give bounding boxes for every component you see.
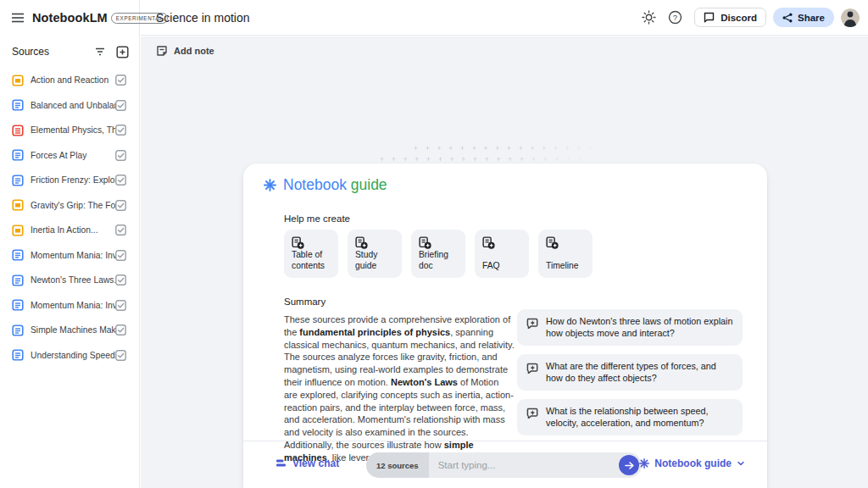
chevron-down-icon — [737, 459, 745, 468]
doc-icon — [12, 274, 24, 286]
source-label: Gravity's Grip: The Force... — [31, 201, 115, 210]
add-source-button[interactable] — [116, 46, 129, 58]
card-faq[interactable]: FAQ — [475, 230, 529, 278]
doc-icon — [12, 299, 24, 311]
source-label: Momentum Mania: Inves... — [31, 301, 115, 310]
source-checkbox[interactable] — [115, 200, 126, 211]
source-item[interactable]: Understanding Speed, Ve... — [0, 343, 139, 369]
main-area: Add note ++++++++++++++++ ++++++++++++++… — [141, 36, 868, 488]
decorative-dots: ++++++++++++++++++ — [380, 156, 590, 164]
source-checkbox[interactable] — [115, 125, 126, 136]
chat-input[interactable] — [438, 460, 619, 470]
source-item[interactable]: Momentum Mania: Inves... — [0, 243, 139, 269]
source-item[interactable]: Balanced and Unbalance... — [0, 93, 139, 119]
send-button[interactable] — [619, 455, 639, 475]
filter-sources-icon[interactable] — [94, 46, 106, 58]
source-label: Action and Reaction — [31, 75, 115, 85]
sources-sidebar: NotebookLM EXPERIMENTAL Sources Action a… — [0, 0, 140, 488]
source-item[interactable]: Simple Machines Make... — [0, 318, 139, 343]
share-button[interactable]: Share — [773, 8, 834, 27]
app-logo: NotebookLM — [32, 11, 108, 25]
chat-bar: View chat 12 sources Notebook guide — [243, 441, 767, 488]
source-item[interactable]: Inertia In Action... — [0, 218, 139, 243]
source-checkbox[interactable] — [115, 274, 126, 286]
source-checkbox[interactable] — [115, 300, 126, 311]
discord-button[interactable]: Discord — [694, 8, 766, 27]
help-me-create-label: Help me create — [284, 214, 350, 224]
source-checkbox[interactable] — [115, 225, 126, 236]
source-label: Elemental Physics, Third... — [31, 125, 115, 135]
source-checkbox[interactable] — [115, 250, 126, 261]
suggested-question[interactable]: How do Newton's three laws of motion exp… — [517, 309, 743, 346]
chat-lines-icon — [275, 458, 287, 469]
source-checkbox[interactable] — [115, 350, 126, 361]
source-list: Action and Reaction Balanced and Unbalan… — [0, 68, 139, 368]
card-timeline[interactable]: Timeline — [538, 230, 593, 278]
theme-toggle-icon[interactable] — [642, 10, 656, 25]
source-item[interactable]: Friction Frenzy: Explorin... — [0, 168, 139, 193]
source-item[interactable]: Elemental Physics, Third... — [0, 118, 139, 143]
note-icon — [156, 45, 168, 57]
source-label: Inertia In Action... — [31, 225, 115, 235]
menu-icon[interactable] — [10, 10, 25, 25]
source-checkbox[interactable] — [115, 100, 126, 111]
doc-icon — [12, 349, 24, 361]
source-label: Friction Frenzy: Explorin... — [31, 175, 115, 185]
card-briefing-doc[interactable]: Briefing doc — [411, 230, 465, 278]
user-avatar[interactable] — [841, 8, 860, 27]
source-item[interactable]: Momentum Mania: Inves... — [0, 293, 139, 319]
create-cards: Table of contents Study guide Briefing d… — [284, 230, 593, 278]
sources-count-chip[interactable]: 12 sources — [366, 452, 429, 478]
app-header: NotebookLM EXPERIMENTAL — [0, 0, 139, 36]
svg-text:?: ? — [673, 13, 677, 22]
pdf-icon — [12, 125, 24, 136]
suggested-question[interactable]: What are the different types of forces, … — [517, 354, 743, 391]
source-checkbox[interactable] — [115, 175, 126, 186]
guide-header: Notebook guide — [264, 176, 387, 194]
source-label: Momentum Mania: Inves... — [31, 251, 115, 260]
source-item[interactable]: Forces At Play — [0, 143, 139, 169]
suggested-questions: How do Newton's three laws of motion exp… — [517, 309, 743, 444]
source-label: Forces At Play — [31, 151, 115, 160]
arrow-right-icon — [624, 460, 635, 471]
note-add-icon — [419, 236, 431, 249]
note-add-icon — [292, 236, 304, 249]
notebook-guide-panel: Notebook guide Help me create Table of c… — [243, 164, 767, 488]
share-icon — [782, 13, 793, 23]
chat-input-pill: 12 sources — [366, 452, 642, 478]
card-study-guide[interactable]: Study guide — [348, 230, 402, 278]
source-label: Understanding Speed, Ve... — [31, 351, 115, 360]
doc-icon — [12, 149, 24, 161]
source-label: Simple Machines Make... — [31, 325, 115, 335]
source-checkbox[interactable] — [115, 324, 126, 336]
slides-icon — [12, 199, 24, 211]
source-item[interactable]: Newton's Three Laws... — [0, 268, 139, 293]
source-item[interactable]: Action and Reaction — [0, 68, 139, 93]
source-checkbox[interactable] — [115, 150, 126, 161]
sparkle-icon — [264, 179, 276, 191]
sparkle-icon — [639, 458, 649, 469]
doc-icon — [12, 249, 24, 261]
note-add-icon — [546, 236, 559, 249]
source-item[interactable]: Gravity's Grip: The Force... — [0, 193, 139, 219]
card-table-of-contents[interactable]: Table of contents — [284, 230, 338, 278]
suggested-question[interactable]: What is the relationship between speed, … — [517, 399, 743, 435]
chat-sparkle-icon — [526, 317, 538, 329]
notebook-title[interactable]: Science in motion — [156, 11, 630, 25]
notebook-guide-toggle[interactable]: Notebook guide — [639, 458, 745, 469]
add-note-button[interactable]: Add note — [156, 45, 214, 57]
source-label: Balanced and Unbalance... — [31, 101, 115, 110]
chat-bubble-icon — [704, 12, 715, 23]
topbar: Science in motion ? Discord Share — [141, 0, 868, 36]
summary-label: Summary — [284, 297, 326, 307]
sources-header: Sources — [12, 46, 94, 58]
add-note-label: Add note — [174, 46, 214, 56]
help-icon[interactable]: ? — [668, 10, 682, 25]
experimental-badge: EXPERIMENTAL — [111, 13, 168, 24]
chat-sparkle-icon — [526, 407, 538, 419]
note-add-icon — [355, 236, 368, 249]
doc-icon — [12, 99, 24, 111]
decorative-dots: ++++++++++++++++ — [414, 145, 600, 152]
source-checkbox[interactable] — [115, 75, 126, 86]
view-chat-button[interactable]: View chat — [275, 458, 339, 469]
